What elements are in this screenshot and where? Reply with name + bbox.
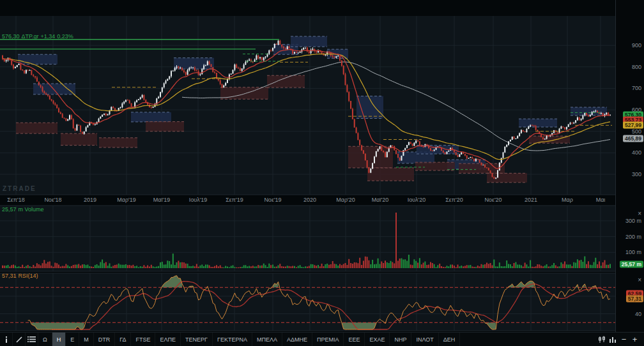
price-zone — [348, 146, 393, 168]
toolbar-item-ΑΔΜΗΕ[interactable]: ΑΔΜΗΕ — [282, 333, 312, 346]
price-zone — [99, 138, 137, 147]
toolbar-item-ΜΠΕΛΑ[interactable]: ΜΠΕΛΑ — [252, 333, 282, 346]
ztrade-chart-window: Σεπ'18Νοε'182019Μαρ'19Μαϊ'19Ιουλ'19Σεπ'1… — [0, 0, 644, 346]
toolbar-item-ΝΗΡ[interactable]: ΝΗΡ — [390, 333, 411, 346]
price-badge: 465,89 — [623, 135, 643, 142]
volume-tick: 200 m — [625, 234, 641, 240]
time-axis-label: Σεπ'18 — [7, 197, 25, 203]
toolbar-item-ΔΕΗ[interactable]: ΔΕΗ — [439, 333, 461, 346]
volume-tick: 100 m — [625, 249, 641, 255]
price-zone — [16, 123, 57, 133]
time-axis-label: Σεπ'19 — [226, 197, 243, 203]
price-tick: 900 — [632, 42, 641, 49]
price-zone — [33, 84, 75, 94]
time-axis-label: Νοε'19 — [264, 197, 281, 203]
price-badge: 527,99 — [623, 122, 643, 129]
price-zone — [267, 75, 305, 87]
price-zone — [415, 162, 455, 170]
rsi-tick: 40 — [635, 311, 641, 317]
toolbar-item-DTR[interactable]: DTR — [94, 333, 116, 346]
time-axis-label: Μαι — [596, 197, 606, 203]
price-tick: 500 — [632, 128, 641, 135]
toolbar-item-Ε[interactable]: Ε — [66, 333, 79, 346]
zoom-out-icon[interactable]: − — [618, 333, 629, 346]
toolbar-item-Μ[interactable]: Μ — [79, 333, 94, 346]
time-axis-label: 2019 — [84, 197, 96, 203]
time-axis-label: Ιουλ'20 — [408, 197, 426, 203]
price-zone — [519, 119, 557, 127]
bar-chart-icon[interactable] — [608, 333, 618, 346]
toolbar-item-FTSE[interactable]: FTSE — [131, 333, 155, 346]
time-axis-label: 2020 — [303, 197, 316, 203]
toolbar-right-controls: −+ — [597, 333, 644, 346]
draw-icon[interactable] — [13, 333, 26, 346]
time-axis-label: Νοε'20 — [484, 197, 502, 203]
price-tick: 300 — [632, 171, 641, 177]
price-axis[interactable]: 900800700600500400300300 m200 m100 m4057… — [615, 0, 644, 332]
price-tick: 800 — [632, 64, 641, 70]
info-icon[interactable] — [0, 333, 13, 346]
price-zone — [291, 36, 327, 47]
price-zone — [61, 133, 97, 146]
volume-badge: 25,57 m — [620, 260, 643, 267]
time-axis-label: Μαρ'19 — [117, 197, 136, 203]
toolbar-item-ΠΡΕΜΙΑ[interactable]: ΠΡΕΜΙΑ — [312, 333, 344, 346]
volume-pane-close-button[interactable]: × — [638, 211, 641, 217]
toolbar-item-ΙΝΛΟΤ[interactable]: ΙΝΛΟΤ — [411, 333, 438, 346]
watchlist-icon[interactable] — [26, 333, 38, 346]
toolbar-item-Ω[interactable]: Ω — [38, 333, 52, 346]
toolbar-item-ΕΧΑΕ[interactable]: ΕΧΑΕ — [365, 333, 390, 346]
time-axis-label: Μαρ'20 — [336, 197, 355, 203]
price-zone — [18, 54, 57, 64]
time-axis-label: Μαρ — [562, 197, 573, 203]
toolbar-item-ΕΕΕ[interactable]: ΕΕΕ — [344, 333, 365, 346]
time-axis-label: Σεπ'20 — [445, 197, 463, 203]
toolbar-item-ΓΕΚΤΕΡΝΑ[interactable]: ΓΕΚΤΕΡΝΑ — [213, 333, 252, 346]
zoom-in-icon[interactable]: + — [629, 333, 640, 346]
time-axis-label: 2021 — [525, 197, 537, 203]
time-axis-label: Μαϊ'20 — [372, 197, 388, 203]
rsi-pane-close-button[interactable]: × — [638, 277, 641, 283]
toolbar-item-ΓΔ[interactable]: ΓΔ — [115, 333, 131, 346]
time-axis-label: Νοε'18 — [44, 197, 61, 203]
rsi-badge: 57,31 — [626, 295, 643, 302]
price-zone — [571, 107, 607, 116]
toolbar-item-ΕΛΠΕ[interactable]: ΕΛΠΕ — [155, 333, 181, 346]
bottom-toolbar: ΩΗΕΜDTRΓΔFTSEΕΛΠΕΤΕΝΕΡΓΓΕΚΤΕΡΝΑΜΠΕΛΑΑΔΜΗ… — [0, 332, 644, 346]
toolbar-item-Η[interactable]: Η — [52, 333, 66, 346]
price-zone — [146, 122, 184, 132]
time-axis-label: Ιουλ'19 — [189, 197, 208, 203]
chart-canvas[interactable]: Σεπ'18Νοε'182019Μαρ'19Μαϊ'19Ιουλ'19Σεπ'1… — [0, 0, 615, 332]
toolbar-item-ΤΕΝΕΡΓ[interactable]: ΤΕΝΕΡΓ — [181, 333, 213, 346]
volume-tick: 300 m — [625, 218, 641, 224]
candlestick-chart-icon[interactable] — [597, 333, 608, 346]
time-axis-label: Μαϊ'19 — [153, 197, 170, 203]
price-zone — [367, 168, 414, 181]
price-tick: 400 — [632, 149, 641, 156]
price-zone — [131, 112, 171, 122]
price-tick: 700 — [632, 85, 641, 91]
